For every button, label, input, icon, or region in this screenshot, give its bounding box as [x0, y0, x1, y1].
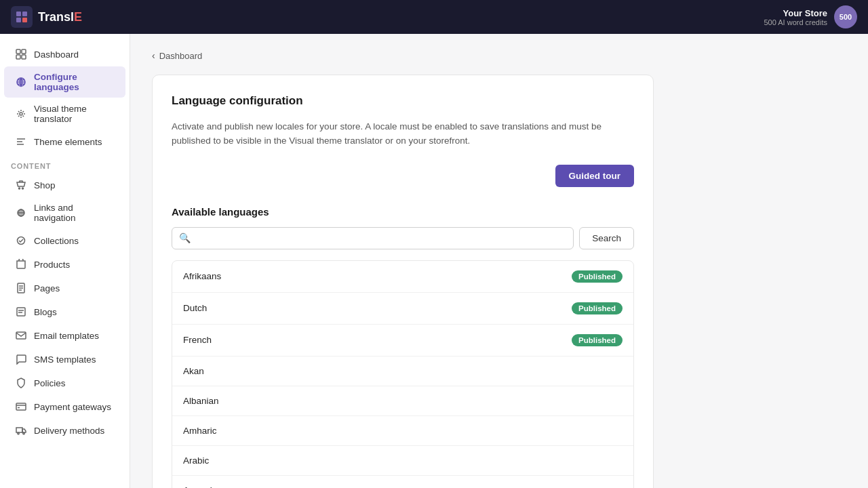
- sms-icon: [15, 353, 27, 365]
- store-avatar: 500: [834, 5, 857, 28]
- dashboard-icon: [15, 48, 27, 60]
- sidebar-item-products[interactable]: Products: [4, 253, 125, 276]
- svg-point-13: [19, 188, 20, 189]
- published-badge: Published: [572, 270, 623, 283]
- svg-rect-27: [16, 332, 26, 339]
- svg-rect-6: [16, 55, 20, 59]
- language-name: Dutch: [183, 303, 207, 313]
- sidebar-item-policies[interactable]: Policies: [4, 371, 125, 394]
- sidebar-item-delivery-methods[interactable]: Delivery methods: [4, 419, 125, 442]
- language-list: AfrikaansPublishedDutchPublishedFrenchPu…: [172, 260, 634, 488]
- app-logo: TranslE: [11, 6, 82, 28]
- store-credits: 500 AI word credits: [764, 18, 827, 26]
- sidebar-item-payment-gateways[interactable]: Payment gateways: [4, 395, 125, 418]
- logo-icon: [11, 6, 33, 28]
- store-name: Your Store: [764, 8, 827, 18]
- language-row[interactable]: AfrikaansPublished: [172, 261, 633, 293]
- sidebar-item-sms-templates[interactable]: SMS templates: [4, 348, 125, 371]
- language-row[interactable]: FrenchPublished: [172, 325, 633, 357]
- language-name: Akan: [183, 366, 204, 376]
- language-row[interactable]: Armenian: [172, 476, 633, 488]
- svg-rect-7: [22, 55, 26, 59]
- payment-icon: [15, 401, 27, 413]
- published-badge: Published: [572, 334, 623, 346]
- language-name: Arabic: [183, 455, 209, 466]
- language-name: Amharic: [183, 426, 217, 436]
- language-row[interactable]: Albanian: [172, 386, 633, 416]
- languages-icon: [15, 76, 27, 88]
- topbar: TranslE Your Store 500 AI word credits 5…: [0, 0, 868, 34]
- sidebar-item-theme-elements[interactable]: Theme elements: [4, 130, 125, 153]
- search-row: 🔍 Search: [172, 227, 634, 249]
- breadcrumb: ‹ Dashboard: [152, 50, 846, 61]
- sidebar-item-configure-languages[interactable]: Configure languages: [4, 66, 125, 98]
- theme-icon: [15, 136, 27, 148]
- svg-rect-0: [16, 12, 21, 16]
- search-input[interactable]: [193, 228, 566, 249]
- policies-icon: [15, 377, 27, 389]
- svg-rect-2: [16, 18, 21, 22]
- language-name: Afrikaans: [183, 271, 221, 281]
- main-content: ‹ Dashboard Language configuration Activ…: [130, 34, 868, 488]
- language-name: French: [183, 335, 212, 345]
- svg-rect-1: [22, 12, 27, 16]
- sidebar-item-dashboard[interactable]: Dashboard: [4, 43, 125, 66]
- language-row[interactable]: Arabic: [172, 446, 633, 476]
- store-info: Your Store 500 AI word credits: [764, 8, 827, 26]
- search-button[interactable]: Search: [579, 227, 634, 249]
- topbar-right: Your Store 500 AI word credits 500: [764, 5, 857, 28]
- guided-tour-button[interactable]: Guided tour: [555, 165, 635, 187]
- sidebar-item-blogs[interactable]: Blogs: [4, 300, 125, 323]
- sidebar-item-pages[interactable]: Pages: [4, 277, 125, 300]
- pages-icon: [15, 282, 27, 294]
- card-title: Language configuration: [172, 94, 634, 108]
- svg-point-31: [18, 432, 19, 434]
- available-languages-title: Available languages: [172, 206, 634, 218]
- published-badge: Published: [572, 302, 623, 314]
- sidebar-item-shop[interactable]: Shop: [4, 174, 125, 197]
- breadcrumb-back-link[interactable]: Dashboard: [159, 51, 203, 61]
- search-icon: 🔍: [179, 232, 191, 243]
- svg-rect-3: [22, 18, 27, 22]
- collections-icon: [15, 235, 27, 247]
- content-section-label: CONTENT: [0, 154, 130, 173]
- sidebar-item-collections[interactable]: Collections: [4, 229, 125, 252]
- language-name: Albanian: [183, 396, 219, 406]
- app-name-text: TranslE: [38, 10, 82, 24]
- svg-point-32: [23, 432, 24, 434]
- svg-point-12: [20, 113, 22, 115]
- svg-rect-5: [22, 49, 26, 54]
- breadcrumb-back-icon: ‹: [152, 50, 155, 61]
- language-row[interactable]: Amharic: [172, 416, 633, 446]
- language-row[interactable]: Akan: [172, 357, 633, 386]
- delivery-icon: [15, 424, 27, 436]
- svg-rect-24: [17, 308, 25, 316]
- card-description: Activate and publish new locales for you…: [172, 120, 634, 148]
- sidebar-item-email-templates[interactable]: Email templates: [4, 324, 125, 347]
- svg-rect-28: [16, 403, 26, 410]
- language-name: Armenian: [183, 485, 222, 488]
- email-icon: [15, 329, 27, 342]
- visual-icon: [15, 108, 27, 120]
- search-input-wrap: 🔍: [172, 227, 574, 249]
- svg-rect-4: [16, 49, 20, 54]
- svg-point-14: [22, 188, 24, 189]
- products-icon: [15, 258, 27, 270]
- sidebar-item-visual-theme-translator[interactable]: Visual theme translator: [4, 98, 125, 129]
- language-config-card: Language configuration Activate and publ…: [152, 75, 654, 488]
- sidebar-item-links-navigation[interactable]: Links and navigation: [4, 197, 125, 228]
- links-icon: [15, 207, 27, 219]
- language-row[interactable]: DutchPublished: [172, 293, 633, 325]
- shop-icon: [15, 179, 27, 191]
- blogs-icon: [15, 306, 27, 318]
- sidebar: Dashboard Configure languages: [0, 34, 130, 488]
